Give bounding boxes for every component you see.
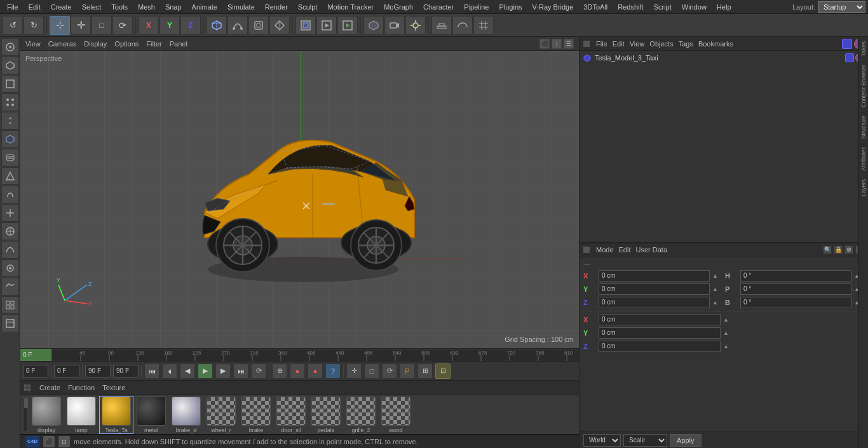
transport-extra4[interactable]: P: [400, 363, 415, 379]
sidebar-icon-triangle[interactable]: [1, 167, 19, 185]
menu-tools[interactable]: Tools: [107, 2, 132, 12]
transport-step-back[interactable]: ⏴: [162, 363, 177, 379]
om-menu-objects[interactable]: Objects: [649, 40, 673, 48]
menu-create[interactable]: Create: [46, 2, 76, 12]
attr-x-arrow-up[interactable]: ▲: [712, 273, 722, 279]
om-menu-view[interactable]: View: [630, 40, 645, 48]
menu-file[interactable]: File: [3, 2, 23, 12]
vtab-structure[interactable]: Structure: [858, 111, 868, 143]
attr-y-pos-input[interactable]: [599, 283, 710, 295]
menu-window[interactable]: Window: [677, 2, 711, 12]
vp-menu-filter[interactable]: Filter: [146, 40, 161, 48]
attr-z-arrow-up[interactable]: ▲: [712, 299, 722, 306]
transport-play[interactable]: ▶: [198, 363, 213, 379]
transport-extra1[interactable]: ✛: [346, 363, 362, 379]
transport-step-back2[interactable]: ◀: [180, 363, 195, 379]
sidebar-icon-paint[interactable]: [1, 259, 19, 277]
vp-menu-cameras[interactable]: Cameras: [48, 40, 77, 48]
mat-menu-function[interactable]: Function: [68, 384, 95, 391]
menu-vray[interactable]: V-Ray Bridge: [528, 2, 578, 12]
sidebar-icon-sculpt[interactable]: [1, 278, 19, 295]
attr-b-input[interactable]: [740, 297, 851, 308]
sidebar-icon-loft[interactable]: [1, 204, 19, 222]
redo-button[interactable]: ↻: [24, 16, 44, 35]
menu-help[interactable]: Help: [712, 2, 736, 12]
attr-h-input[interactable]: [740, 270, 851, 282]
sidebar-icon-select[interactable]: [1, 38, 19, 56]
menu-script[interactable]: Script: [649, 2, 676, 12]
display-mode-button[interactable]: [363, 16, 384, 35]
viewport-sync-btn[interactable]: ↕: [552, 39, 562, 49]
layout-dropdown[interactable]: Startup Standard: [818, 1, 865, 13]
menu-render[interactable]: Render: [261, 2, 292, 12]
render-queue-button[interactable]: [337, 16, 358, 35]
menu-sculpt[interactable]: Sculpt: [294, 2, 322, 12]
menu-simulate[interactable]: Simulate: [223, 2, 259, 12]
mat-menu-texture[interactable]: Texture: [102, 384, 125, 391]
attr-settings-icon[interactable]: ⚙: [844, 245, 853, 254]
mat-item-grille[interactable]: grille_2: [344, 397, 377, 433]
mat-menu-create[interactable]: Create: [39, 384, 60, 391]
mat-item-door[interactable]: door_sil: [275, 397, 308, 433]
menu-character[interactable]: Character: [419, 2, 458, 12]
transport-record[interactable]: ●: [290, 363, 305, 379]
menu-mesh[interactable]: Mesh: [133, 2, 159, 12]
menu-edit[interactable]: Edit: [24, 2, 45, 12]
sidebar-icon-cube[interactable]: [1, 130, 19, 148]
mat-item-brake[interactable]: brake: [240, 397, 273, 433]
transport-record-pos[interactable]: ⊕: [272, 363, 287, 379]
attr-sx-input[interactable]: [599, 314, 721, 325]
om-item-tesla[interactable]: Tesla_Model_3_Taxi: [581, 52, 867, 64]
transport-loop[interactable]: ⟳: [251, 363, 266, 379]
sidebar-icon-cylinder[interactable]: [1, 149, 19, 166]
vtab-takes[interactable]: Takes: [858, 37, 868, 60]
om-menu-file[interactable]: File: [596, 40, 607, 48]
vp-menu-view[interactable]: View: [25, 40, 41, 48]
move-tool-button[interactable]: ✛: [71, 16, 91, 35]
menu-select[interactable]: Select: [78, 2, 106, 12]
spline-button[interactable]: [227, 16, 248, 35]
om-menu-edit[interactable]: Edit: [613, 40, 625, 48]
transport-extra5[interactable]: ⊞: [417, 363, 433, 379]
attr-x-pos-input[interactable]: [599, 270, 710, 282]
menu-redshift[interactable]: Redshift: [613, 2, 648, 12]
viewport-maximize-btn[interactable]: ⬛: [539, 39, 550, 49]
om-menu-tags[interactable]: Tags: [679, 40, 693, 48]
mat-item-display[interactable]: display: [30, 397, 63, 433]
apply-button[interactable]: Apply: [670, 434, 702, 447]
status-icon-1[interactable]: ⬛: [43, 436, 55, 447]
vtab-content-browser[interactable]: Content Browser: [858, 60, 868, 111]
status-icon-2[interactable]: ⊡: [58, 436, 70, 447]
attr-p-input[interactable]: [740, 283, 851, 295]
floor-button[interactable]: [431, 16, 452, 35]
transport-goto-end[interactable]: ⏭: [233, 363, 248, 379]
om-content[interactable]: Tesla_Model_3_Taxi: [580, 51, 868, 242]
sidebar-icon-grid2[interactable]: [1, 296, 19, 314]
scale-tool-button[interactable]: □: [92, 16, 112, 35]
mat-item-metal[interactable]: metal: [135, 397, 168, 433]
mat-item-brake-d[interactable]: brake_d: [170, 397, 203, 433]
select-tool-button[interactable]: ⊹: [50, 16, 70, 35]
menu-mograph[interactable]: MoGraph: [379, 2, 417, 12]
mat-item-pedals[interactable]: pedals: [309, 397, 342, 433]
transport-step-forward[interactable]: ▶: [215, 363, 231, 379]
light-button[interactable]: [405, 16, 426, 35]
vp-menu-display[interactable]: Display: [84, 40, 107, 48]
menu-pipeline[interactable]: Pipeline: [459, 2, 493, 12]
world-dropdown[interactable]: World Object Local: [583, 434, 621, 447]
menu-animate[interactable]: Animate: [187, 2, 222, 12]
sweep-button[interactable]: [248, 16, 269, 35]
menu-motion-tracker[interactable]: Motion Tracker: [323, 2, 378, 12]
axis-x-button[interactable]: X: [139, 16, 159, 35]
attr-sz-input[interactable]: [599, 341, 721, 352]
axis-y-button[interactable]: Y: [159, 16, 180, 35]
mat-item-lamp[interactable]: lamp: [65, 397, 98, 433]
vtab-attributes[interactable]: Attributes: [858, 142, 868, 175]
transport-auto[interactable]: ●: [308, 363, 323, 379]
render-region-button[interactable]: [295, 16, 316, 35]
sidebar-icon-polygon[interactable]: [1, 57, 19, 74]
mat-item-wheel[interactable]: wheel_r: [205, 397, 238, 433]
attr-y-arrow-up[interactable]: ▲: [712, 286, 722, 292]
sidebar-icon-null[interactable]: [1, 222, 19, 240]
cinema4d-logo-icon[interactable]: C4D: [25, 436, 39, 447]
